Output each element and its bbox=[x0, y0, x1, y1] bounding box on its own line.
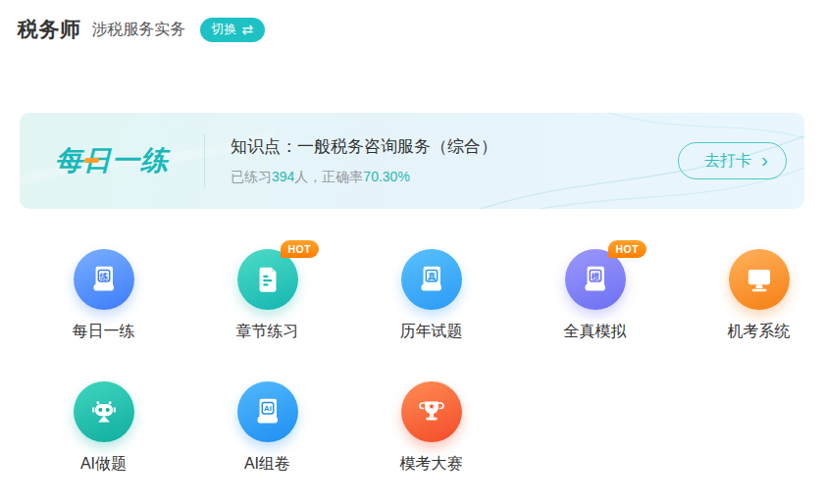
knowledge-point: 知识点：一般税务咨询服务（综合） bbox=[231, 135, 678, 158]
svg-text:真: 真 bbox=[427, 272, 436, 281]
hot-badge: HOT bbox=[281, 240, 320, 258]
feature-mock-exam[interactable]: 模 HOT 全真模拟 bbox=[564, 249, 627, 342]
swap-arrows-icon: ⇄ bbox=[242, 23, 254, 36]
logo-accent bbox=[83, 158, 99, 163]
page-title: 税务师 bbox=[18, 16, 81, 43]
svg-text:模: 模 bbox=[590, 272, 599, 281]
go-check-in-button[interactable]: 去打卡 › bbox=[678, 142, 787, 179]
feature-label: AI组卷 bbox=[244, 454, 290, 475]
accuracy-rate: 70.30% bbox=[363, 169, 409, 184]
stats-middle: 人，正确率 bbox=[294, 169, 363, 184]
mock-scroll-icon: 模 HOT bbox=[565, 249, 626, 310]
feature-label: 章节练习 bbox=[236, 322, 299, 342]
header: 税务师 涉税服务实务 切换 ⇄ bbox=[0, 0, 824, 45]
practice-stats: 已练习394人，正确率70.30% bbox=[231, 169, 678, 186]
practiced-count: 394 bbox=[272, 169, 294, 184]
feature-mock-contest[interactable]: ★ 模考大赛 bbox=[400, 381, 463, 475]
feature-chapter-practice[interactable]: HOT 章节练习 bbox=[236, 249, 299, 342]
feature-daily-practice[interactable]: 练 每日一练 bbox=[73, 249, 135, 342]
switch-label: 切换 bbox=[212, 21, 237, 38]
feature-label: 每日一练 bbox=[73, 322, 135, 342]
switch-subject-button[interactable]: 切换 ⇄ bbox=[200, 18, 266, 42]
feature-label: 模考大赛 bbox=[400, 454, 463, 475]
feature-label: 历年试题 bbox=[400, 322, 463, 342]
feature-label: AI做题 bbox=[80, 454, 127, 475]
go-check-in-label: 去打卡 bbox=[704, 151, 751, 172]
past-papers-scroll-icon: 真 bbox=[401, 249, 462, 310]
feature-ai-paper-builder[interactable]: AI AI组卷 bbox=[237, 381, 298, 475]
monitor-icon bbox=[729, 249, 790, 310]
ai-scroll-icon: AI bbox=[237, 381, 298, 442]
svg-text:AI: AI bbox=[264, 404, 272, 413]
feature-computer-exam-system[interactable]: 机考系统 bbox=[728, 249, 791, 342]
svg-text:练: 练 bbox=[98, 272, 108, 281]
subject-name: 涉税服务实务 bbox=[92, 20, 186, 40]
chevron-right-icon: › bbox=[761, 149, 768, 170]
daily-practice-scroll-icon: 练 bbox=[74, 249, 134, 310]
divider bbox=[204, 134, 205, 187]
trophy-icon: ★ bbox=[401, 381, 462, 442]
daily-practice-banner: 每日一练 知识点：一般税务咨询服务（综合） 已练习394人，正确率70.30% … bbox=[20, 113, 804, 209]
feature-past-papers[interactable]: 真 历年试题 bbox=[400, 249, 463, 342]
daily-practice-logo: 每日一练 bbox=[20, 142, 204, 179]
feature-ai-practice[interactable]: AI做题 bbox=[74, 381, 134, 475]
hot-badge: HOT bbox=[608, 240, 647, 258]
feature-grid: 练 每日一练 HOT 章节练习 真 历年试题 bbox=[22, 249, 824, 475]
banner-info: 知识点：一般税务咨询服务（综合） 已练习394人，正确率70.30% bbox=[231, 135, 678, 186]
robot-icon bbox=[74, 381, 134, 442]
document-icon: HOT bbox=[237, 249, 298, 310]
feature-label: 机考系统 bbox=[728, 322, 791, 342]
stats-prefix: 已练习 bbox=[231, 169, 272, 184]
star-icon: ★ bbox=[428, 402, 435, 411]
feature-label: 全真模拟 bbox=[564, 322, 627, 342]
daily-practice-logo-text: 每日一练 bbox=[55, 145, 169, 176]
